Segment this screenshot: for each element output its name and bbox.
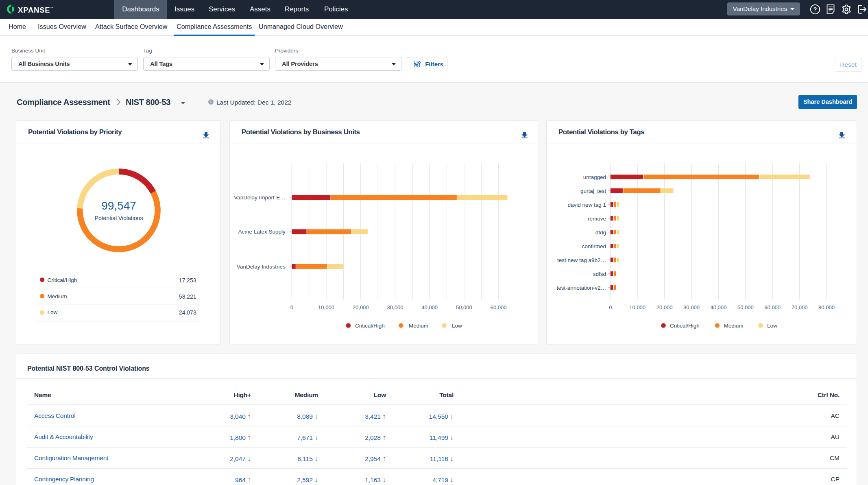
svg-text:test new tag a9b2…: test new tag a9b2… bbox=[557, 257, 606, 263]
svg-text:58,221: 58,221 bbox=[179, 293, 196, 300]
svg-text:17,253: 17,253 bbox=[179, 277, 196, 284]
svg-text:remove: remove bbox=[588, 216, 606, 222]
svg-text:confirmed: confirmed bbox=[582, 243, 606, 249]
svg-text:VanDelay Import-E…: VanDelay Import-E… bbox=[234, 194, 286, 201]
svg-text:0: 0 bbox=[609, 304, 612, 310]
svg-text:Low: Low bbox=[48, 309, 58, 315]
svg-text:60,000: 60,000 bbox=[764, 304, 781, 310]
svg-text:50,000: 50,000 bbox=[456, 304, 472, 310]
svg-text:10,000: 10,000 bbox=[318, 304, 334, 310]
svg-text:VanDelay Industries: VanDelay Industries bbox=[237, 264, 286, 270]
svg-text:80,000: 80,000 bbox=[818, 304, 835, 310]
svg-text:40,000: 40,000 bbox=[711, 304, 727, 310]
svg-text:Critical/High: Critical/High bbox=[48, 277, 77, 283]
svg-text:dfdg: dfdg bbox=[595, 229, 606, 236]
svg-text:sdfsd: sdfsd bbox=[593, 271, 606, 277]
svg-text:Low: Low bbox=[767, 323, 777, 329]
svg-text:Critical/High: Critical/High bbox=[355, 323, 385, 329]
svg-text:david new tag 1: david new tag 1 bbox=[567, 202, 606, 208]
svg-text:Medium: Medium bbox=[724, 323, 744, 329]
svg-text:test-annotation-v2…: test-annotation-v2… bbox=[556, 285, 606, 291]
svg-text:60,000: 60,000 bbox=[491, 304, 507, 310]
svg-text:0: 0 bbox=[290, 304, 293, 310]
svg-text:10,000: 10,000 bbox=[629, 304, 646, 310]
svg-text:50,000: 50,000 bbox=[737, 304, 754, 310]
svg-text:untagged: untagged bbox=[583, 174, 606, 180]
svg-text:20,000: 20,000 bbox=[353, 304, 369, 310]
svg-text:?: ? bbox=[813, 6, 817, 13]
svg-text:99,547: 99,547 bbox=[101, 199, 136, 212]
svg-text:Acme Latex Supply: Acme Latex Supply bbox=[238, 229, 286, 235]
svg-text:20,000: 20,000 bbox=[656, 304, 673, 310]
svg-text:Potential Violations: Potential Violations bbox=[95, 215, 143, 221]
svg-text:Medium: Medium bbox=[48, 293, 67, 299]
svg-text:24,073: 24,073 bbox=[179, 309, 196, 316]
svg-text:gurtaj_test: gurtaj_test bbox=[580, 188, 606, 194]
svg-text:Critical/High: Critical/High bbox=[670, 323, 700, 329]
svg-text:70,000: 70,000 bbox=[792, 304, 808, 310]
svg-text:Medium: Medium bbox=[409, 323, 428, 329]
svg-text:40,000: 40,000 bbox=[421, 304, 438, 310]
svg-text:30,000: 30,000 bbox=[683, 304, 700, 310]
svg-text:30,000: 30,000 bbox=[387, 304, 403, 310]
svg-text:Low: Low bbox=[452, 323, 462, 329]
